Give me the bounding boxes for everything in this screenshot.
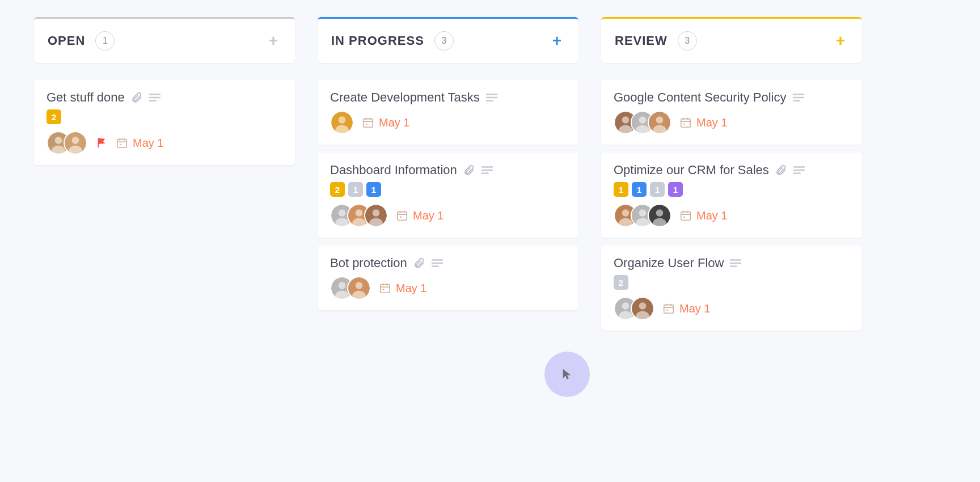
calendar-icon [679,209,692,222]
description-icon [485,92,498,103]
svg-point-55 [383,289,385,290]
column-header: REVIEW 3 + [601,17,862,63]
calendar-icon [362,116,374,129]
description-icon [481,165,493,175]
svg-point-49 [356,282,363,289]
column-header: OPEN 1 + [34,17,295,63]
calendar-icon [396,209,408,222]
date-text: May 1 [696,116,727,129]
badges-row: 2 [614,275,850,290]
calendar-icon [379,282,391,294]
flag-icon [95,136,108,150]
card-footer: May 1 [330,276,566,300]
avatar-group [614,204,671,227]
avatar-group [614,297,654,320]
due-date[interactable]: May 1 [396,209,443,222]
svg-point-80 [639,209,647,217]
card-title-row: Google Content Security Policy [614,90,850,105]
task-card[interactable]: Optimize our CRM for Sales 1111 May 1 [601,153,862,238]
svg-point-83 [656,209,664,217]
date-text: May 1 [696,209,727,222]
avatar-group [330,204,388,227]
card-title: Optimize our CRM for Sales [614,163,769,177]
svg-point-24 [366,123,368,125]
avatar[interactable] [64,131,87,155]
due-date[interactable]: May 1 [116,137,163,150]
card-footer: May 1 [330,111,566,134]
card-footer: May 1 [614,204,850,227]
task-card[interactable]: Organize User Flow 2 May 1 [601,246,862,331]
avatar[interactable] [364,204,388,227]
card-footer: May 1 [330,204,566,227]
svg-point-18 [339,116,346,124]
column-title: REVIEW [615,33,668,48]
svg-point-66 [656,116,664,124]
avatar[interactable] [347,276,371,300]
svg-rect-85 [681,212,691,221]
card-title: Google Content Security Policy [614,90,787,105]
due-date[interactable]: May 1 [379,282,426,295]
task-card[interactable]: Get stuff done 2 May 1 [34,80,295,165]
cursor-highlight [544,352,590,397]
card-title-row: Optimize our CRM for Sales [614,163,850,177]
subtask-badge: 1 [366,182,381,197]
svg-point-103 [666,309,668,311]
column-title: OPEN [48,33,85,48]
task-card[interactable]: Dashboard Information 211 May 1 [318,153,578,238]
due-date[interactable]: May 1 [362,116,409,129]
description-icon [431,258,443,268]
column-header: IN PROGRESS 3 + [318,17,578,63]
card-footer: May 1 [614,297,850,320]
date-text: May 1 [396,282,426,295]
card-footer: May 1 [47,131,282,155]
calendar-icon [116,137,128,149]
due-date[interactable]: May 1 [679,209,727,222]
column-title: IN PROGRESS [331,33,424,48]
subtask-badge: 1 [632,182,647,197]
add-task-button[interactable]: + [549,33,565,49]
due-date[interactable]: May 1 [662,302,710,315]
svg-rect-99 [664,305,674,314]
column-review: REVIEW 3 + Google Content Security Polic… [601,17,862,339]
add-task-button[interactable]: + [833,33,848,49]
task-card[interactable]: Bot protection May 1 [318,246,578,310]
column-count-badge: 3 [678,31,697,50]
svg-rect-68 [681,119,691,128]
card-title-row: Bot protection [330,256,566,270]
avatar-group [330,111,354,134]
svg-point-32 [356,209,363,217]
subtask-badge: 2 [47,109,61,124]
attachment-icon [413,257,425,269]
avatar-group [47,131,87,155]
calendar-icon [662,302,675,315]
avatar[interactable] [631,297,654,320]
svg-point-7 [72,137,79,144]
avatar[interactable] [330,111,354,134]
subtask-badge: 1 [348,182,363,197]
subtask-badge: 1 [650,182,665,197]
svg-point-35 [373,209,380,217]
svg-rect-51 [381,285,390,293]
badges-row: 211 [330,182,566,197]
attachment-icon [463,164,475,176]
card-footer: May 1 [614,111,850,134]
svg-point-4 [55,137,62,144]
svg-point-89 [683,216,685,218]
calendar-icon [679,116,692,129]
svg-point-97 [639,302,647,310]
task-card[interactable]: Create Development Tasks May 1 [318,80,578,145]
svg-rect-20 [364,119,373,128]
svg-rect-37 [398,212,407,221]
avatar[interactable] [648,204,671,227]
card-title-row: Get stuff done [47,90,282,105]
date-text: May 1 [413,209,443,222]
add-task-button[interactable]: + [265,33,281,49]
card-title: Dashboard Information [330,163,457,177]
avatar[interactable] [648,111,671,134]
card-title: Bot protection [330,256,407,270]
column-inprogress: IN PROGRESS 3 + Create Development Tasks… [318,17,578,339]
task-card[interactable]: Google Content Security Policy May 1 [601,80,862,145]
column-count-badge: 1 [95,31,115,50]
due-date[interactable]: May 1 [679,116,727,129]
svg-point-77 [622,209,630,217]
